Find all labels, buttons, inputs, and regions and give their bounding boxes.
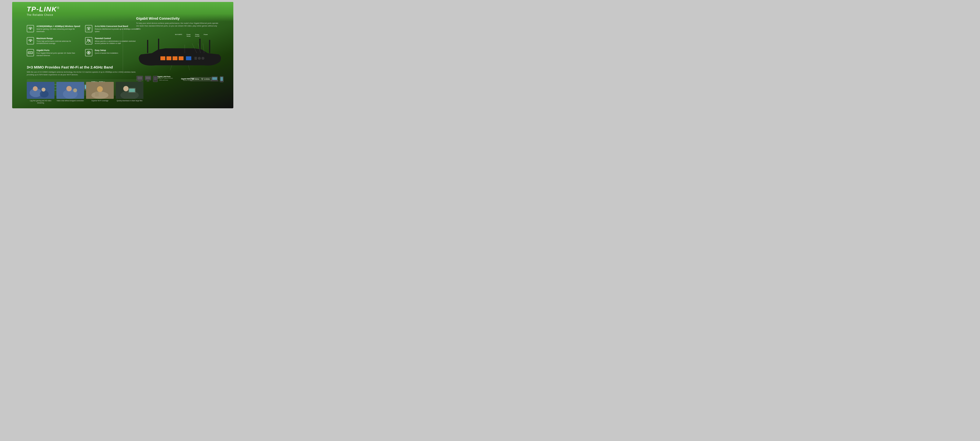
photo-wifi-img [86, 82, 114, 99]
feature-max-range: Maximum Range Three high performance ext… [27, 37, 80, 45]
svg-point-31 [73, 89, 77, 92]
logo-area: TP-LINK® The Reliable Choice [27, 5, 60, 16]
max-range-icon [27, 37, 34, 44]
easy-setup-text: Easy Setup Quick & hassle-free installat… [95, 49, 138, 54]
svg-point-25 [40, 90, 49, 98]
mimo-title: 3×3 MIMO Provides Fast Wi-Fi at the 2.4G… [27, 65, 143, 69]
wifi-bands-box: 5GHz 2.4GHz [190, 77, 212, 81]
svg-rect-41 [147, 40, 148, 53]
laptop-icon [211, 76, 218, 82]
brand-name: TP-LINK® [27, 5, 60, 13]
wireless-speed-text: AC900(450Mbps + 433Mbps) Wireless Speed … [37, 25, 80, 33]
device-icons [136, 76, 158, 82]
wireless-speed-desc: Ideal for gaming, HD video streaming and… [37, 28, 80, 33]
power-reset-label: PowerReset [186, 34, 191, 37]
photo-video-chat: Video chat without dropped connection [56, 82, 84, 104]
svg-rect-40 [129, 89, 135, 92]
photo-download: Quickly download or share large files [116, 82, 143, 104]
svg-point-26 [33, 86, 38, 91]
wireless-speed-icon [27, 25, 34, 32]
svg-rect-2 [30, 52, 30, 53]
dual-band-icon: 2.4 5G [85, 25, 92, 32]
photo-wifi-caption: Superior Wi-Fi coverage [86, 100, 114, 102]
svg-line-57 [170, 65, 172, 70]
svg-point-33 [91, 92, 108, 99]
gigabit-ports-title: Gigabit Ports [37, 49, 80, 51]
feature-wireless-speed: AC900(450Mbps + 433Mbps) Wireless Speed … [27, 25, 80, 33]
svg-point-34 [97, 86, 103, 92]
2ghz-badge: 2.4GHz [201, 78, 210, 80]
svg-point-30 [66, 86, 72, 91]
svg-rect-46 [167, 56, 171, 60]
right-section: Gigabit Wired Connectivity To help your … [136, 16, 229, 82]
svg-rect-61 [138, 80, 141, 81]
svg-rect-69 [154, 78, 157, 79]
features-left-col: AC900(450Mbps + 433Mbps) Wireless Speed … [27, 25, 80, 61]
power-onoff-label: PowerOn/Off [195, 34, 199, 37]
svg-rect-35 [95, 92, 99, 97]
mimo-desc: With the use of 3×3 MIMO intelligent ant… [27, 71, 138, 76]
5ghz-badge: 5GHz [192, 78, 199, 80]
feature-gigabit-ports: Gigabit Ports Four Gigabit Ethernet port… [27, 49, 80, 57]
easy-setup-desc: Quick & hassle-free installation [95, 52, 138, 54]
power-label: Power [204, 34, 208, 37]
gigabit-desc: To help your wired devices achieve peak … [136, 22, 219, 30]
svg-rect-3 [31, 52, 31, 53]
svg-rect-72 [212, 77, 217, 80]
svg-rect-47 [173, 56, 177, 60]
wireless-devices [211, 76, 224, 82]
photo-video-img [56, 82, 84, 99]
photo-download-caption: Quickly download or share large files [116, 100, 143, 102]
router-top-labels: Wi-Fi/WPS PowerReset PowerOn/Off Power [175, 34, 208, 37]
parental-control-title: Parental Control [95, 37, 138, 40]
photo-gaming-img [27, 82, 54, 99]
svg-point-52 [202, 57, 204, 60]
gigabit-ports-desc: Four Gigabit Ethernet ports operate 10× … [37, 52, 80, 57]
router-diagram: Wi-Fi/WPS PowerReset PowerOn/Off Power [136, 34, 224, 82]
svg-rect-66 [146, 81, 150, 82]
parental-control-icon [85, 37, 92, 44]
brand-text: TP-LINK [27, 5, 57, 13]
max-range-desc: Three high performance external antennas… [37, 40, 80, 45]
svg-point-51 [198, 57, 201, 60]
svg-rect-45 [161, 56, 165, 60]
svg-rect-68 [154, 77, 157, 78]
photo-download-img [116, 82, 143, 99]
photo-gaming-caption: Lag-free gaming and HD video streaming [27, 100, 54, 104]
svg-rect-48 [179, 56, 183, 60]
max-range-text: Maximum Range Three high performance ext… [37, 37, 80, 45]
parental-control-desc: Allows parents or administrators to esta… [95, 40, 138, 45]
features-right-col: 2.4 5G 2.4 & 5GHz Concurrent Dual Band R… [85, 25, 138, 61]
wireless-speed-title: AC900(450Mbps + 433Mbps) Wireless Speed [37, 25, 80, 27]
feature-easy-setup: Easy Setup Quick & hassle-free installat… [85, 49, 138, 56]
svg-text:2.4 5G: 2.4 5G [86, 29, 90, 30]
svg-rect-60 [137, 76, 142, 80]
svg-rect-70 [154, 79, 157, 80]
dual-band-text: 2.4 & 5GHz Concurrent Dual Band Reduces … [95, 25, 138, 33]
svg-line-58 [188, 65, 189, 70]
nas-icon [153, 76, 158, 82]
router-svg [136, 37, 224, 76]
brand-tagline: The Reliable Choice [27, 14, 60, 16]
dual-band-desc: Reduces interference to provide up to 88… [95, 28, 138, 33]
svg-point-27 [41, 88, 45, 92]
gigabit-ports-icon [27, 49, 34, 56]
photo-wifi: Superior Wi-Fi coverage [86, 82, 114, 104]
wifi-wps-label: Wi-Fi/WPS [175, 34, 182, 37]
easy-setup-icon [85, 49, 92, 56]
svg-rect-1 [29, 52, 29, 53]
svg-rect-64 [146, 76, 150, 79]
easy-setup-title: Easy Setup [95, 49, 138, 51]
features-section: AC900(450Mbps + 433Mbps) Wireless Speed … [27, 25, 143, 61]
svg-point-6 [89, 40, 91, 41]
feature-dual-band: 2.4 5G 2.4 & 5GHz Concurrent Dual Band R… [85, 25, 138, 33]
product-box: TP-LINK® The Reliable Choice AC900(4 [12, 2, 233, 108]
svg-rect-65 [147, 80, 149, 81]
gigabit-title: Gigabit Wired Connectivity [136, 16, 229, 21]
svg-rect-75 [220, 77, 223, 81]
photo-video-caption: Video chat without dropped connection [56, 100, 84, 102]
svg-point-5 [87, 39, 89, 41]
gigabit-ports-text: Gigabit Ports Four Gigabit Ethernet port… [37, 49, 80, 57]
svg-point-7 [88, 52, 89, 53]
feature-parental-control: Parental Control Allows parents or admin… [85, 37, 138, 45]
